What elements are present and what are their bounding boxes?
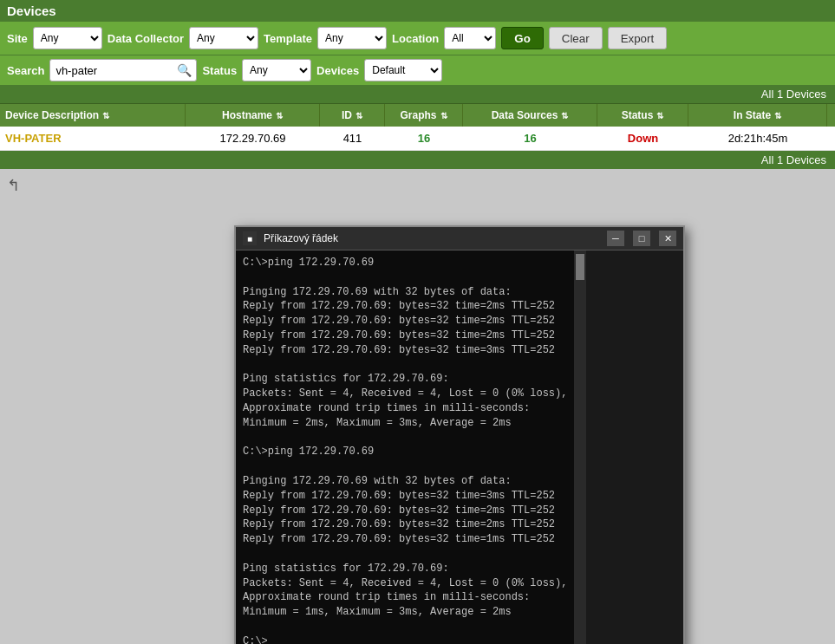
hostname-value: 172.29.70.69	[220, 132, 286, 145]
sort-in-state-icon: ⇅	[774, 111, 781, 120]
status-label: Status	[202, 64, 237, 77]
data-sources-value: 16	[524, 132, 536, 145]
sort-device-description-icon: ⇅	[102, 111, 109, 120]
table-header: Device Description ⇅ Hostname ⇅ ID ⇅ Gra…	[0, 103, 835, 127]
cmd-title-icon: ■	[243, 231, 257, 245]
cmd-line	[243, 547, 567, 562]
cmd-line: Reply from 172.29.70.69: bytes=32 time=2…	[243, 504, 567, 518]
back-area: ↰	[0, 169, 835, 202]
cmd-body: C:\>ping 172.29.70.69 Pinging 172.29.70.…	[236, 250, 574, 644]
graphs-value: 16	[418, 132, 430, 145]
search-input[interactable]	[49, 59, 197, 81]
cmd-line	[243, 431, 567, 446]
cmd-line: Reply from 172.29.70.69: bytes=32 time=2…	[243, 299, 567, 314]
search-row: Search 🔍 Status Any Devices Default	[0, 55, 835, 85]
topbar-title: Devices	[7, 3, 56, 18]
td-id: 411	[320, 127, 385, 150]
back-icon[interactable]: ↰	[7, 177, 20, 194]
cmd-title-text: Příkazový řádek	[264, 232, 598, 244]
cmd-line: Reply from 172.29.70.69: bytes=32 time=2…	[243, 517, 567, 532]
search-input-wrap: 🔍	[49, 59, 197, 81]
td-hostname: 172.29.70.69	[186, 127, 320, 150]
td-device-description: VH-PATER	[0, 127, 186, 150]
all-devices-top-text: All 1 Devices	[761, 88, 826, 101]
cmd-line: Minimum = 1ms, Maximum = 3ms, Average = …	[243, 605, 567, 620]
filter-row: Site Any Data Collector Any Template Any…	[0, 22, 835, 55]
cmd-line: Ping statistics for 172.29.70.69:	[243, 372, 567, 387]
td-status: Down	[597, 127, 688, 150]
device-description-value: VH-PATER	[5, 132, 62, 145]
site-label: Site	[7, 32, 28, 45]
sort-hostname-icon: ⇅	[276, 111, 283, 120]
table-row: VH-PATER 172.29.70.69 411 16 16 Down 2d:…	[0, 127, 835, 151]
cmd-line: Ping statistics for 172.29.70.69:	[243, 562, 567, 576]
datacollector-select[interactable]: Any	[189, 27, 258, 49]
location-select[interactable]: All	[444, 27, 496, 49]
sort-data-sources-icon: ⇅	[561, 111, 568, 120]
td-graphs: 16	[385, 127, 463, 150]
cmd-line: Pinging 172.29.70.69 with 32 bytes of da…	[243, 474, 567, 489]
sort-status-icon: ⇅	[656, 111, 663, 120]
cmd-line: C:\>	[243, 634, 567, 644]
search-icon: 🔍	[177, 63, 192, 77]
th-status[interactable]: Status ⇅	[597, 104, 688, 127]
cmd-line	[243, 270, 567, 285]
cmd-line: Pinging 172.29.70.69 with 32 bytes of da…	[243, 285, 567, 300]
status-select[interactable]: Any	[242, 59, 311, 81]
cmd-line: Packets: Sent = 4, Received = 4, Lost = …	[243, 387, 567, 401]
in-state-value: 2d:21h:45m	[728, 132, 788, 145]
cmd-line: Packets: Sent = 4, Received = 4, Lost = …	[243, 576, 567, 591]
all-devices-bottom-bar: All 1 Devices	[0, 151, 835, 169]
all-devices-top-bar: All 1 Devices	[0, 85, 835, 103]
cmd-titlebar: ■ Příkazový řádek ─ □ ✕	[236, 227, 683, 250]
td-data-sources: 16	[463, 127, 597, 150]
sort-id-icon: ⇅	[356, 111, 362, 120]
sort-graphs-icon: ⇅	[440, 111, 447, 120]
cmd-maximize-button[interactable]: □	[633, 231, 650, 246]
cmd-scrollbar-thumb	[576, 254, 584, 280]
th-hostname[interactable]: Hostname ⇅	[186, 104, 320, 127]
cmd-close-button[interactable]: ✕	[659, 231, 676, 246]
cmd-line: Reply from 172.29.70.69: bytes=32 time=3…	[243, 343, 567, 358]
export-button[interactable]: Export	[608, 27, 668, 49]
go-button[interactable]: Go	[501, 27, 544, 49]
clear-button[interactable]: Clear	[549, 27, 603, 49]
status-value: Down	[628, 132, 658, 145]
devices-select[interactable]: Default	[364, 59, 442, 81]
cmd-line: Approximate round trip times in milli-se…	[243, 401, 567, 416]
location-label: Location	[392, 32, 439, 45]
template-label: Template	[264, 32, 312, 45]
th-in-state[interactable]: In State ⇅	[688, 104, 827, 127]
cmd-line: C:\>ping 172.29.70.69	[243, 445, 567, 459]
th-data-sources[interactable]: Data Sources ⇅	[463, 104, 597, 127]
th-device-description[interactable]: Device Description ⇅	[0, 104, 186, 127]
topbar: Devices	[0, 0, 835, 22]
cmd-window: ■ Příkazový řádek ─ □ ✕ C:\>ping 172.29.…	[234, 225, 685, 644]
devices-label: Devices	[316, 64, 359, 77]
site-select[interactable]: Any	[33, 27, 102, 49]
cmd-line: C:\>ping 172.29.70.69	[243, 256, 567, 270]
id-value: 411	[343, 132, 362, 145]
datacollector-label: Data Collector	[108, 32, 184, 45]
cmd-line: Approximate round trip times in milli-se…	[243, 590, 567, 605]
cmd-scrollbar[interactable]	[574, 250, 586, 644]
cmd-line: Reply from 172.29.70.69: bytes=32 time=2…	[243, 329, 567, 343]
cmd-line: Reply from 172.29.70.69: bytes=32 time=2…	[243, 314, 567, 329]
td-in-state: 2d:21h:45m	[688, 127, 827, 150]
template-select[interactable]: Any	[317, 27, 387, 49]
search-label: Search	[7, 64, 44, 77]
th-id[interactable]: ID ⇅	[320, 104, 385, 127]
cmd-line: Reply from 172.29.70.69: bytes=32 time=3…	[243, 489, 567, 504]
cmd-minimize-button[interactable]: ─	[607, 231, 624, 246]
all-devices-bottom-text: All 1 Devices	[761, 153, 826, 166]
th-graphs[interactable]: Graphs ⇅	[385, 104, 463, 127]
cmd-line	[243, 459, 567, 474]
cmd-line: Reply from 172.29.70.69: bytes=32 time=1…	[243, 532, 567, 547]
cmd-line: Minimum = 2ms, Maximum = 3ms, Average = …	[243, 416, 567, 431]
cmd-line	[243, 620, 567, 634]
cmd-line	[243, 358, 567, 373]
